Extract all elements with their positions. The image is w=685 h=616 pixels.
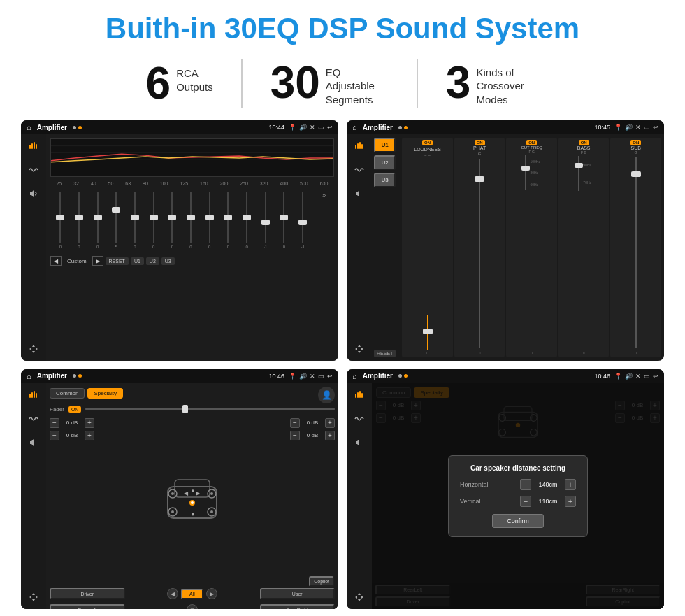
u1-button[interactable]: U1 — [131, 257, 144, 265]
all-btn[interactable]: All — [181, 589, 203, 599]
bass-on[interactable]: ON — [579, 140, 589, 145]
horizontal-minus[interactable]: − — [520, 479, 531, 490]
slider-track-14[interactable] — [302, 192, 303, 243]
slider-track-12[interactable] — [265, 192, 266, 243]
vol-minus-fr[interactable]: − — [290, 418, 300, 428]
prev-button[interactable]: ◀ — [50, 256, 62, 266]
sub-on[interactable]: ON — [630, 140, 641, 145]
copilot-btn[interactable]: Copilot — [309, 576, 334, 587]
fader-track[interactable] — [85, 408, 335, 410]
slider-3[interactable]: 0 — [89, 192, 106, 249]
rearleft-btn[interactable]: RearLeft — [50, 604, 125, 609]
right-arrow[interactable]: ▶ — [206, 588, 217, 599]
home-icon-dialog[interactable]: ⌂ — [352, 372, 357, 380]
sub-v-track[interactable] — [635, 157, 637, 348]
u3-button[interactable]: U3 — [161, 257, 175, 265]
slider-track-1[interactable] — [59, 192, 61, 243]
loudness-v-thumb[interactable] — [423, 329, 433, 334]
slider-1[interactable]: 0 — [52, 192, 69, 249]
vol-plus-rr[interactable]: + — [325, 431, 335, 440]
loudness-v-track[interactable] — [427, 315, 428, 350]
slider-thumb-9[interactable] — [206, 215, 214, 220]
slider-thumb-5[interactable] — [131, 215, 139, 220]
speaker-fader[interactable] — [26, 435, 41, 450]
slider-thumb-8[interactable] — [187, 215, 195, 220]
home-icon-fader[interactable]: ⌂ — [27, 372, 31, 380]
slider-track-8[interactable] — [190, 192, 192, 243]
speaker-dialog[interactable] — [352, 435, 367, 450]
bass-v-track[interactable] — [578, 156, 579, 191]
eq-icon-dialog[interactable] — [352, 387, 367, 403]
down-arrow[interactable]: ▼ — [187, 604, 198, 609]
confirm-button[interactable]: Confirm — [492, 514, 544, 528]
preset-u2[interactable]: U2 — [374, 155, 396, 170]
tab-specialty[interactable]: Specialty — [87, 388, 122, 399]
slider-track-3[interactable] — [97, 192, 99, 243]
u2-button[interactable]: U2 — [146, 257, 159, 265]
slider-track-11[interactable] — [246, 192, 247, 243]
user-btn-fader[interactable]: User — [260, 588, 336, 599]
vol-plus-fl[interactable]: + — [85, 418, 94, 428]
back-icon-c[interactable]: ↩ — [653, 124, 658, 131]
slider-track-10[interactable] — [227, 192, 229, 243]
slider-track-2[interactable] — [78, 192, 80, 243]
slider-track-4[interactable] — [115, 192, 117, 243]
fader-thumb[interactable] — [182, 405, 188, 413]
preset-u1[interactable]: U1 — [374, 138, 396, 152]
back-icon-d[interactable]: ↩ — [653, 373, 658, 380]
slider-track-13[interactable] — [283, 192, 284, 243]
next-button[interactable]: ▶ — [92, 256, 103, 266]
vertical-minus[interactable]: − — [520, 496, 531, 507]
arrows-dialog[interactable] — [352, 589, 367, 605]
loudness-on[interactable]: ON — [422, 140, 433, 145]
slider-5[interactable]: 0 — [127, 192, 144, 249]
vertical-plus[interactable]: + — [565, 496, 576, 507]
slider-12[interactable]: -1 — [257, 192, 274, 249]
waveform-icon-c[interactable] — [352, 162, 367, 178]
slider-6[interactable]: 0 — [145, 192, 162, 249]
slider-13[interactable]: 0 — [275, 192, 293, 249]
wave-icon-fader[interactable] — [26, 411, 41, 427]
phat-v-track[interactable] — [479, 159, 480, 348]
slider-track-7[interactable] — [171, 192, 173, 243]
back-icon-f[interactable]: ↩ — [327, 373, 333, 380]
slider-11[interactable]: 0 — [238, 192, 256, 249]
back-icon[interactable]: ↩ — [327, 124, 333, 131]
driver-btn[interactable]: Driver — [50, 588, 125, 599]
user-icon[interactable]: 👤 — [318, 387, 335, 403]
slider-track-6[interactable] — [153, 192, 154, 243]
vol-plus-rl[interactable]: + — [85, 431, 94, 440]
home-icon-cross[interactable]: ⌂ — [352, 123, 357, 131]
slider-thumb-10[interactable] — [224, 215, 232, 220]
slider-thumb-7[interactable] — [168, 215, 176, 220]
rearright-btn[interactable]: RearRight — [260, 604, 336, 609]
arrows-fader[interactable] — [26, 589, 41, 605]
sub-v-thumb[interactable] — [631, 171, 641, 177]
cutfreq-on[interactable]: ON — [526, 140, 537, 145]
slider-7[interactable]: 0 — [164, 192, 181, 249]
eq-icon-fader[interactable] — [26, 387, 41, 403]
slider-4[interactable]: 5 — [108, 192, 125, 249]
reset-button[interactable]: RESET — [106, 257, 129, 265]
vol-plus-fr[interactable]: + — [325, 418, 335, 428]
slider-thumb-14[interactable] — [298, 220, 307, 225]
speaker-side-icon-c[interactable] — [352, 186, 367, 201]
vol-minus-fl[interactable]: − — [50, 418, 59, 428]
phat-v-thumb[interactable] — [475, 176, 484, 182]
vol-minus-rr[interactable]: − — [290, 431, 300, 440]
slider-thumb-11[interactable] — [243, 215, 251, 220]
cutfreq-v-track-1[interactable] — [525, 155, 526, 190]
reset-btn-cross[interactable]: RESET — [374, 350, 396, 357]
slider-15[interactable]: » — [315, 192, 333, 249]
eq-mode-icon[interactable] — [26, 138, 41, 154]
wave-icon-dialog[interactable] — [352, 411, 367, 427]
arrows-icon-c[interactable] — [352, 341, 367, 357]
slider-thumb-13[interactable] — [280, 215, 288, 220]
slider-9[interactable]: 0 — [201, 192, 218, 249]
slider-10[interactable]: 0 — [219, 192, 237, 249]
left-arrow[interactable]: ◀ — [167, 588, 178, 599]
vol-minus-rl[interactable]: − — [50, 431, 59, 440]
slider-track-5[interactable] — [134, 192, 136, 243]
slider-8[interactable]: 0 — [182, 192, 200, 249]
waveform-icon[interactable] — [26, 162, 41, 178]
